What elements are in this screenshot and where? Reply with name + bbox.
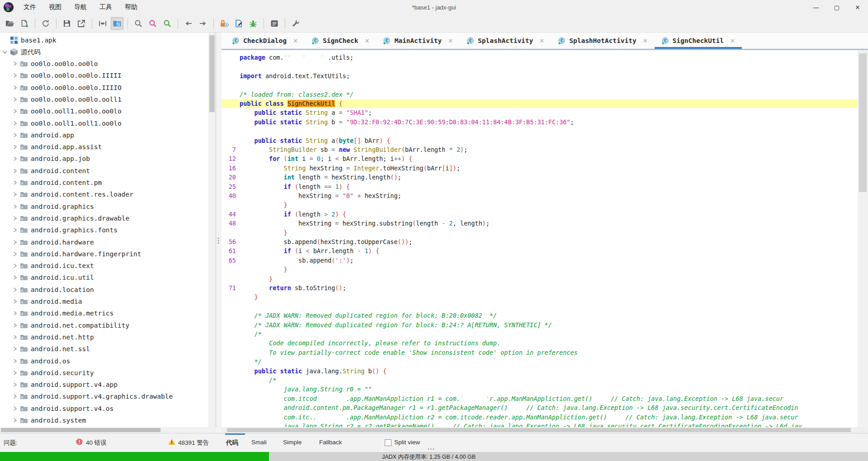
code-editor[interactable]: package com.'' ' ' .utils;import android… (222, 50, 868, 428)
chevron-right-icon[interactable] (12, 179, 18, 186)
tree-item-package[interactable]: android.system (0, 414, 216, 426)
chevron-right-icon[interactable] (12, 310, 18, 316)
tree-item-package[interactable]: android.app (0, 129, 216, 141)
tree-item-package[interactable]: android.security (0, 367, 216, 379)
package-tree[interactable]: base1.apk源代码oo0lo.oo0lo.oo0looo0lo.oo0lo… (0, 33, 216, 427)
tab-SplashActivity[interactable]: CSplashActivity✕ (460, 33, 551, 49)
chevron-right-icon[interactable] (12, 239, 18, 245)
chevron-right-icon[interactable] (12, 393, 18, 400)
chevron-right-icon[interactable] (12, 168, 18, 174)
log-viewer-icon[interactable] (268, 17, 281, 30)
warnings-count[interactable]: 48391 警告 (178, 439, 209, 447)
chevron-right-icon[interactable] (12, 358, 18, 364)
menu-item-3[interactable]: 工具 (94, 1, 118, 13)
chevron-right-icon[interactable] (12, 334, 18, 340)
chevron-right-icon[interactable] (12, 227, 18, 233)
chevron-right-icon[interactable] (12, 191, 18, 198)
chevron-right-icon[interactable] (12, 215, 18, 221)
tree-item-package[interactable]: android.hardware.fingerprint (0, 248, 216, 260)
export-icon[interactable] (75, 17, 88, 30)
chevron-right-icon[interactable] (12, 108, 18, 114)
chevron-right-icon[interactable] (12, 72, 18, 79)
close-icon[interactable]: ✕ (293, 38, 298, 44)
menu-item-4[interactable]: 帮助 (119, 1, 143, 13)
tree-item-package[interactable]: android.graphics.fonts (0, 224, 216, 236)
scrollbar-thumb[interactable] (1, 428, 160, 432)
chevron-right-icon[interactable] (12, 287, 18, 293)
tree-item-package[interactable]: android.media.metrics (0, 307, 216, 319)
scrollbar-thumb[interactable] (209, 35, 215, 112)
tree-item-package[interactable]: android.support.v4.graphics.drawable (0, 390, 216, 402)
view-mode-tab-Simple[interactable]: Simple (283, 439, 302, 446)
chevron-right-icon[interactable] (12, 155, 18, 162)
quark-engine-icon[interactable] (232, 17, 245, 30)
chevron-right-icon[interactable] (12, 120, 18, 127)
close-icon[interactable]: ✕ (448, 38, 453, 44)
close-icon[interactable]: ✕ (539, 38, 544, 44)
editor-horizontal-scrollbar[interactable] (222, 427, 868, 433)
close-icon[interactable]: ✕ (365, 38, 370, 44)
add-files-icon[interactable] (18, 17, 31, 30)
tree-item-package[interactable]: android.os (0, 355, 216, 367)
close-icon[interactable]: ✕ (643, 38, 648, 44)
text-search-icon[interactable] (146, 17, 159, 30)
tree-item-package[interactable]: android.icu.text (0, 260, 216, 272)
tab-CheckDialog[interactable]: CCheckDialog✕ (225, 33, 305, 49)
forward-icon[interactable] (197, 17, 209, 30)
tree-item-package[interactable]: android.graphics (0, 201, 216, 212)
view-mode-tab-Smali[interactable]: Smali (251, 439, 267, 446)
sidebar-vertical-scrollbar[interactable] (208, 33, 216, 427)
chevron-right-icon[interactable] (12, 132, 18, 138)
chevron-right-icon[interactable] (12, 417, 18, 423)
chevron-right-icon[interactable] (12, 144, 18, 150)
editor-vertical-scrollbar[interactable] (858, 50, 868, 427)
chevron-right-icon[interactable] (12, 96, 18, 103)
tree-root-apk[interactable]: base1.apk (0, 34, 216, 46)
tab-SignCheckUtil[interactable]: CSignCheckUtil✕ (655, 33, 742, 49)
tree-item-package[interactable]: android.net.ssl (0, 343, 216, 355)
splitter-grip-icon[interactable]: ••• (217, 237, 219, 244)
tree-item-package[interactable]: android.icu.util (0, 272, 216, 283)
tree-item-package[interactable]: oo0lo.ooll1.ooll1.oo0lo (0, 118, 216, 129)
tree-item-package[interactable]: android.media (0, 296, 216, 307)
back-icon[interactable] (182, 17, 195, 30)
tree-item-package[interactable]: android.hardware (0, 236, 216, 248)
tree-item-package[interactable]: oo0lo.oo0lo.oo0lo.IIIII (0, 70, 216, 81)
view-mode-tab-代码[interactable]: 代码 (226, 439, 238, 447)
tab-SignCheck[interactable]: CSignCheck✕ (305, 33, 376, 49)
panel-splitter[interactable] (216, 33, 222, 433)
chevron-right-icon[interactable] (12, 203, 18, 210)
chevron-right-icon[interactable] (12, 85, 18, 91)
open-file-icon[interactable] (4, 17, 16, 30)
menu-item-2[interactable]: 导航 (69, 1, 92, 13)
preferences-icon[interactable] (289, 17, 302, 30)
menu-item-1[interactable]: 视图 (43, 1, 67, 13)
tree-item-package[interactable]: android.support.v4.app (0, 379, 216, 390)
tree-item-package[interactable]: oo0lo.oo0lo.oo0lo.IIIIO (0, 82, 216, 94)
chevron-right-icon[interactable] (12, 251, 18, 257)
save-all-icon[interactable] (61, 17, 73, 30)
split-view-checkbox[interactable] (385, 439, 392, 446)
debugger-icon[interactable] (247, 17, 259, 30)
errors-count[interactable]: 40 错误 (86, 439, 107, 447)
maximize-button[interactable]: ▢ (826, 0, 847, 14)
sync-with-editor-icon[interactable] (111, 17, 123, 30)
scrollbar-thumb[interactable] (227, 428, 851, 432)
search-icon[interactable] (132, 17, 145, 30)
deobfuscation-icon[interactable] (218, 17, 231, 30)
chevron-right-icon[interactable] (12, 263, 18, 269)
chevron-right-icon[interactable] (12, 298, 18, 305)
resize-grip-icon[interactable]: ••• (428, 447, 435, 452)
tree-item-package[interactable]: android.app.job (0, 153, 216, 165)
tree-item-package[interactable]: android.location (0, 284, 216, 296)
tree-item-package[interactable]: android.net.http (0, 331, 216, 343)
chevron-right-icon[interactable] (12, 322, 18, 329)
scrollbar-thumb[interactable] (859, 53, 867, 192)
tree-item-package[interactable]: android.net.compatibility (0, 320, 216, 331)
close-button[interactable]: ✕ (847, 0, 868, 14)
reload-icon[interactable] (39, 17, 52, 30)
chevron-right-icon[interactable] (12, 346, 18, 352)
chevron-right-icon[interactable] (12, 405, 18, 412)
tree-item-package[interactable]: oo0lo.oo0lo.oo0lo (0, 58, 216, 70)
menu-item-0[interactable]: 文件 (18, 1, 42, 13)
